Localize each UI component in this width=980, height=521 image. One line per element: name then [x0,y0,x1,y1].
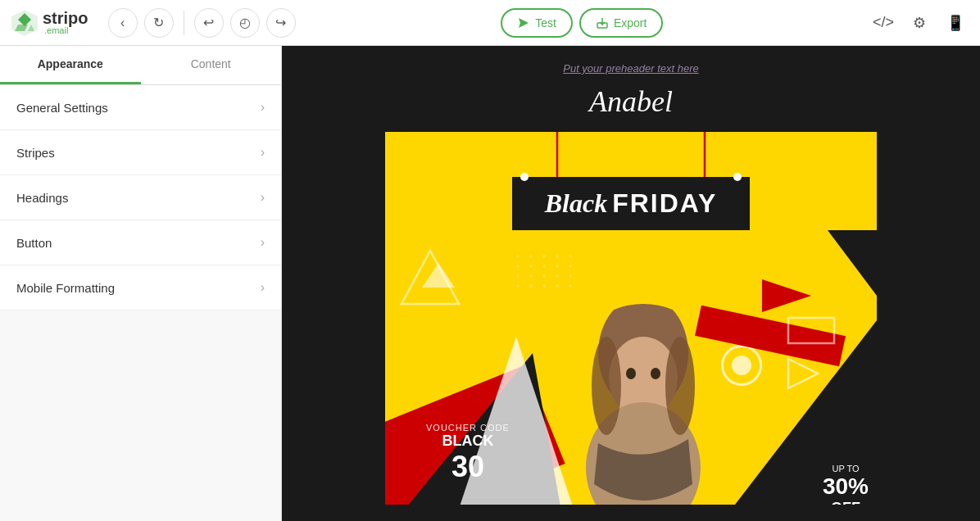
person-image [565,304,721,505]
refresh-button[interactable]: ↻ [144,8,174,38]
share-icon [596,16,609,29]
tab-content[interactable]: Content [141,46,282,84]
yellow-background: VOUCHER CODE BLACK 30 UP TO 30% OFF [385,230,877,505]
outline-rect-topright [787,316,836,345]
undo-button[interactable]: ↩ [194,8,224,38]
svg-marker-16 [762,279,811,312]
svg-marker-11 [422,263,455,288]
chevron-right-icon: › [261,100,265,115]
sidebar-tabs: Appearance Content [0,46,281,85]
mobile-view-button[interactable]: 📱 [941,8,970,38]
dot-pattern [516,255,575,288]
test-button[interactable]: Test [501,8,573,38]
svg-rect-17 [788,318,834,343]
bf-sign: Black FRIDAY [512,177,751,230]
menu-item-headings[interactable]: Headings › [0,175,281,220]
logo-stripo-label: stripo [43,10,88,26]
chevron-right-icon: › [261,190,265,205]
gear-icon: ⚙ [913,14,926,32]
red-arrow-right [762,271,811,320]
toolbar: stripo .email ‹ ↻ ↩ ◴ ↪ Test Export </> [0,0,980,46]
sidebar: Appearance Content General Settings › St… [0,46,282,521]
toolbar-divider-1 [184,11,184,35]
upto-off: OFF [823,500,869,505]
play-triangle-outline [787,357,819,390]
chevron-right-icon: › [261,235,265,250]
email-canvas: Black FRIDAY [385,132,877,505]
black-tri-topright [811,230,877,296]
chevron-right-icon: › [261,280,265,295]
preheader-text: Put your preheader text here [563,62,699,75]
logo-text: stripo .email [43,10,88,35]
chevron-right-icon: › [261,145,265,160]
bf-dot-left [520,173,529,181]
stripo-logo-icon [10,8,39,38]
svg-point-25 [626,368,636,379]
logo-email-label: .email [44,26,88,35]
voucher-code-label: VOUCHER CODE [426,423,510,433]
history-button[interactable]: ◴ [230,8,260,38]
svg-point-24 [665,337,695,435]
upto-label: UP TO [823,464,869,473]
voucher-number: 30 [426,450,510,484]
tab-appearance[interactable]: Appearance [0,46,141,84]
send-icon [517,16,530,29]
menu-item-stripes[interactable]: Stripes › [0,130,281,175]
menu-item-mobile-formatting[interactable]: Mobile Formatting › [0,265,281,310]
main-area: Appearance Content General Settings › St… [0,46,980,521]
voucher-text-block: VOUCHER CODE BLACK 30 [426,423,510,484]
mobile-icon: 📱 [946,14,964,32]
sidebar-menu: General Settings › Stripes › Headings › … [0,85,281,521]
svg-marker-18 [788,359,818,388]
svg-marker-15 [828,230,877,296]
code-icon: </> [873,14,894,31]
settings-button[interactable]: ⚙ [905,8,934,38]
code-view-button[interactable]: </> [869,8,898,38]
back-button[interactable]: ‹ [108,8,138,38]
menu-item-general-settings[interactable]: General Settings › [0,85,281,130]
bf-dot-right [733,173,742,181]
upto-text-block: UP TO 30% OFF [823,464,869,505]
voucher-black-label: BLACK [426,433,510,450]
canvas-area: Put your preheader text here Anabel [282,46,980,521]
svg-marker-4 [519,18,529,28]
svg-point-23 [592,337,621,435]
logo: stripo .email [10,8,88,38]
redo-button[interactable]: ↪ [266,8,296,38]
toolbar-center-actions: Test Export [302,8,862,38]
svg-point-26 [651,368,660,379]
export-button[interactable]: Export [579,8,663,38]
toolbar-right: </> ⚙ 📱 [869,8,970,38]
upto-pct: 30% [823,473,869,500]
bf-banner-container: Black FRIDAY [385,132,877,230]
menu-item-button[interactable]: Button › [0,220,281,265]
brand-name: Anabel [589,84,673,119]
